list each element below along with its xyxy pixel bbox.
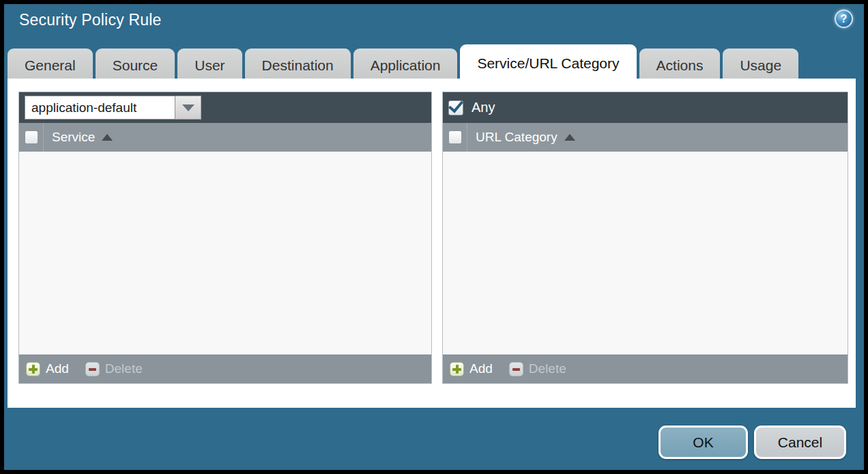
service-delete-button[interactable]: Delete [85, 361, 143, 376]
tab-user[interactable]: User [177, 48, 242, 83]
security-policy-rule-dialog: Security Policy Rule ? General Source Us… [0, 0, 868, 474]
url-category-list-body[interactable] [443, 152, 848, 354]
service-type-dropdown-button[interactable] [175, 96, 201, 120]
add-button-label: Add [46, 361, 69, 376]
service-panel-footer: Add Delete [19, 354, 431, 383]
url-add-button[interactable]: Add [450, 361, 493, 376]
tab-destination[interactable]: Destination [245, 48, 351, 83]
help-icon[interactable]: ? [835, 10, 853, 28]
any-checkbox-label[interactable]: Any [472, 100, 495, 115]
service-select-all-checkbox[interactable] [25, 130, 38, 144]
service-column-header[interactable]: Service [52, 130, 95, 145]
delete-button-label: Delete [105, 361, 143, 376]
url-select-all-cell [443, 123, 467, 152]
cancel-button[interactable]: Cancel [754, 426, 846, 459]
url-category-panel: Any URL Category Add Delete [442, 92, 848, 384]
tab-actions[interactable]: Actions [639, 48, 721, 83]
chevron-down-icon [182, 104, 194, 111]
tab-content-area: application-default Service Add [8, 79, 856, 408]
tab-strip: General Source User Destination Applicat… [8, 44, 798, 83]
url-panel-header: Any [443, 92, 848, 123]
sort-ascending-icon[interactable] [102, 134, 113, 141]
service-type-dropdown-value[interactable]: application-default [25, 96, 175, 120]
tab-application[interactable]: Application [353, 48, 458, 83]
tab-usage[interactable]: Usage [723, 48, 798, 83]
tab-source[interactable]: Source [96, 48, 175, 83]
ok-button[interactable]: OK [659, 426, 748, 459]
url-column-header-row: URL Category [443, 123, 848, 152]
tab-service-url-category[interactable]: Service/URL Category [460, 44, 636, 83]
url-select-all-checkbox[interactable] [448, 130, 462, 144]
service-select-all-cell [19, 123, 44, 152]
service-add-button[interactable]: Add [26, 361, 69, 376]
dialog-title: Security Policy Rule [19, 11, 162, 29]
delete-button-label: Delete [529, 361, 566, 376]
url-category-column-header[interactable]: URL Category [476, 130, 558, 145]
minus-icon [85, 362, 100, 376]
service-column-header-row: Service [19, 123, 431, 152]
service-list-body[interactable] [19, 152, 431, 354]
add-button-label: Add [469, 361, 493, 376]
url-panel-footer: Add Delete [443, 354, 848, 383]
tab-general[interactable]: General [8, 48, 93, 83]
service-panel-header: application-default [19, 92, 431, 123]
service-type-dropdown[interactable]: application-default [25, 96, 201, 120]
plus-icon [26, 362, 40, 376]
any-checkbox[interactable] [448, 100, 463, 115]
sort-ascending-icon[interactable] [564, 134, 575, 141]
plus-icon [450, 362, 464, 376]
minus-icon [509, 362, 523, 376]
service-panel: application-default Service Add [18, 92, 432, 384]
url-delete-button[interactable]: Delete [509, 361, 566, 376]
